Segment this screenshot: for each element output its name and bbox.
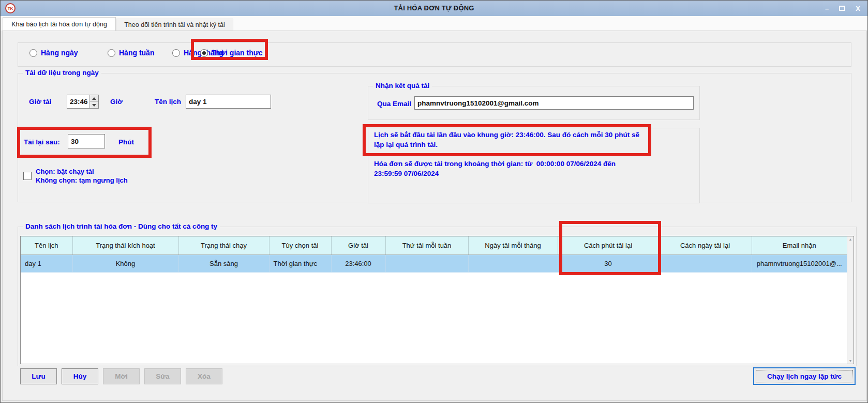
cell-weekday[interactable] (385, 255, 468, 272)
cell-download-time[interactable]: 23:46:00 (331, 255, 385, 272)
window-title: TẢI HÓA ĐƠN TỰ ĐỘNG (1, 1, 867, 16)
table-row-selected[interactable]: day 1 Không Sẵn sàng Thời gian thực 23:4… (21, 255, 847, 272)
repeat-after-label: Tải lại sau: (24, 138, 60, 146)
col-header-activation-status[interactable]: Trạng thái kích hoạt (72, 236, 178, 255)
col-header-minutes-interval[interactable]: Cách phút tải lại (558, 236, 659, 255)
download-time-label: Giờ tải (29, 98, 51, 106)
hour-unit-label: Giờ (110, 98, 123, 106)
daily-data-group-title: Tải dữ liệu trong ngày (23, 69, 101, 77)
radio-weekly-label: Hàng tuần (119, 49, 154, 57)
edit-button: Sửa (144, 368, 181, 384)
tab-strip: Khai báo lịch tải hóa đơn tự động Theo d… (1, 16, 867, 31)
schedule-list-title: Danh sách lịch trình tải hóa đơn - Dùng … (23, 222, 220, 230)
minutes-unit-label: Phút (118, 138, 134, 146)
cell-schedule-name[interactable]: day 1 (21, 255, 72, 272)
minimize-button[interactable]: – (825, 5, 829, 12)
download-time-spinner[interactable]: 23:46 (67, 95, 99, 109)
result-group-title: Nhận kết quả tải (373, 82, 432, 89)
email-input[interactable] (414, 96, 694, 110)
delete-button: Xóa (186, 368, 222, 384)
via-email-label: Qua Email (377, 100, 411, 108)
repeat-minutes-input[interactable] (68, 134, 105, 148)
col-header-weekday[interactable]: Thứ tải mỗi tuần (385, 236, 468, 255)
cell-days-interval[interactable] (659, 255, 752, 272)
spinner-down-button[interactable] (90, 101, 98, 108)
schedule-start-message: Lịch sẽ bắt đầu tải lần đầu vào khung gi… (374, 130, 646, 150)
cell-recipient-email[interactable]: phamnvtruong15102001@... (752, 255, 847, 272)
enable-schedule-checkbox[interactable] (23, 172, 32, 180)
cell-minutes-interval[interactable]: 30 (558, 255, 659, 272)
radio-daily-circle[interactable] (29, 49, 37, 57)
cell-download-option[interactable]: Thời gian thực (269, 255, 331, 272)
down-arrow-icon (92, 104, 96, 107)
cell-monthday[interactable] (468, 255, 558, 272)
col-header-recipient-email[interactable]: Email nhận (752, 236, 847, 255)
checkbox-label-line2: Không chọn: tạm ngưng lịch (36, 176, 128, 185)
radio-realtime-label: Thời gian thực (212, 49, 263, 57)
download-time-value: 23:46 (67, 95, 89, 108)
checkbox-label-line1: Chọn: bật chạy tải (36, 167, 128, 176)
scroll-up-icon[interactable]: ▲ (849, 237, 852, 241)
table-vertical-scrollbar[interactable]: ▲ ▼ (847, 236, 854, 364)
col-header-download-time[interactable]: Giờ tải (331, 236, 385, 255)
radio-realtime[interactable]: Thời gian thực (200, 49, 263, 57)
radio-weekly[interactable]: Hàng tuần (108, 49, 154, 57)
maximize-button[interactable] (839, 6, 845, 11)
schedule-name-label: Tên lịch (155, 98, 181, 106)
cancel-button[interactable]: Hủy (62, 368, 98, 384)
radio-weekly-circle[interactable] (108, 49, 115, 57)
radio-monthly-circle[interactable] (172, 49, 180, 57)
enable-schedule-checkbox-label: Chọn: bật chạy tải Không chọn: tạm ngưng… (36, 167, 128, 185)
tab-declare-schedule[interactable]: Khai báo lịch tải hóa đơn tự động (3, 17, 116, 31)
new-button: Mời (103, 368, 140, 384)
table-header-row: Tên lịch Trạng thái kích hoạt Trạng thái… (21, 236, 847, 255)
col-header-monthday[interactable]: Ngày tải mỗi tháng (468, 236, 558, 255)
cell-activation-status[interactable]: Không (72, 255, 178, 272)
title-bar: TK TẢI HÓA ĐƠN TỰ ĐỘNG – X (1, 1, 867, 16)
schedule-type-panel: Hàng ngày Hàng tuần Hàng tháng Thời gian… (18, 42, 851, 67)
tab-monitor-progress[interactable]: Theo dõi tiến trình tải và nhật ký tải (116, 19, 233, 31)
radio-daily[interactable]: Hàng ngày (29, 49, 78, 57)
radio-realtime-circle[interactable] (200, 49, 208, 57)
scroll-down-icon[interactable]: ▼ (849, 359, 852, 363)
app-window: TK TẢI HÓA ĐƠN TỰ ĐỘNG – X Khai báo lịch… (0, 0, 868, 403)
col-header-days-interval[interactable]: Cách ngày tải lại (659, 236, 752, 255)
col-header-download-option[interactable]: Tùy chọn tải (269, 236, 331, 255)
spinner-up-button[interactable] (90, 95, 98, 101)
save-button[interactable]: Lưu (20, 368, 57, 384)
schedule-name-input[interactable] (186, 95, 271, 109)
cell-run-status[interactable]: Sẵn sàng (178, 255, 269, 272)
up-arrow-icon (92, 97, 96, 100)
run-schedule-now-button[interactable]: Chạy lịch ngay lập tức (753, 367, 856, 385)
col-header-schedule-name[interactable]: Tên lịch (21, 236, 72, 255)
schedule-table: Tên lịch Trạng thái kích hoạt Trạng thái… (20, 236, 854, 364)
close-button[interactable]: X (856, 5, 860, 12)
col-header-run-status[interactable]: Trạng thái chạy (178, 236, 269, 255)
radio-daily-label: Hàng ngày (41, 49, 78, 57)
download-range-message: Hóa đơn sẽ được tải trong khoảng thời gi… (374, 159, 639, 178)
